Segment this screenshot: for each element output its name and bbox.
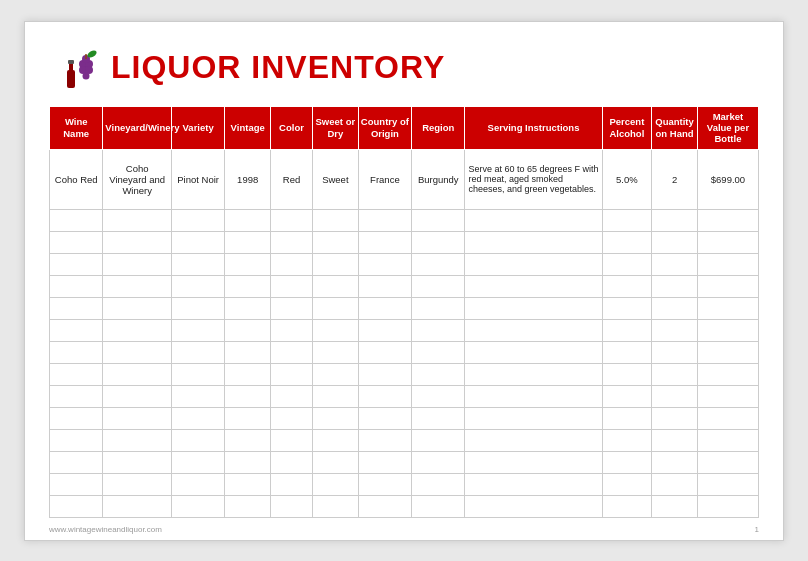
empty-cell xyxy=(652,209,698,231)
empty-cell xyxy=(50,275,103,297)
empty-cell xyxy=(271,407,313,429)
empty-row xyxy=(50,451,759,473)
empty-cell xyxy=(412,253,465,275)
empty-cell xyxy=(225,297,271,319)
empty-cell xyxy=(602,385,652,407)
col-header-wine: Wine Name xyxy=(50,106,103,149)
empty-cell xyxy=(465,231,602,253)
empty-row xyxy=(50,231,759,253)
empty-cell xyxy=(358,341,411,363)
empty-cell xyxy=(171,407,224,429)
empty-cell xyxy=(171,297,224,319)
empty-cell xyxy=(103,385,172,407)
empty-cell xyxy=(171,473,224,495)
col-header-country: Country of Origin xyxy=(358,106,411,149)
empty-cell xyxy=(50,429,103,451)
empty-cell xyxy=(103,451,172,473)
empty-row xyxy=(50,407,759,429)
empty-cell xyxy=(412,473,465,495)
empty-cell xyxy=(652,495,698,517)
empty-cell xyxy=(50,363,103,385)
empty-cell xyxy=(225,363,271,385)
empty-cell xyxy=(652,231,698,253)
col-header-percent: Percent Alcohol xyxy=(602,106,652,149)
empty-cell xyxy=(602,275,652,297)
empty-cell xyxy=(602,429,652,451)
empty-cell xyxy=(465,495,602,517)
table-row: Coho Red Coho Vineyard and Winery Pinot … xyxy=(50,149,759,209)
empty-row xyxy=(50,297,759,319)
empty-cell xyxy=(225,275,271,297)
empty-cell xyxy=(171,319,224,341)
empty-cell xyxy=(602,231,652,253)
empty-cell xyxy=(465,209,602,231)
empty-cell xyxy=(312,341,358,363)
empty-cell xyxy=(103,495,172,517)
empty-cell xyxy=(271,319,313,341)
empty-cell xyxy=(465,275,602,297)
empty-cell xyxy=(50,407,103,429)
empty-cell xyxy=(697,451,758,473)
empty-cell xyxy=(652,341,698,363)
empty-cell xyxy=(271,363,313,385)
empty-cell xyxy=(103,319,172,341)
empty-cell xyxy=(465,319,602,341)
empty-cell xyxy=(465,297,602,319)
empty-cell xyxy=(271,275,313,297)
empty-cell xyxy=(271,341,313,363)
empty-row xyxy=(50,363,759,385)
inventory-table: Wine Name Vineyard/Winery Variety Vintag… xyxy=(49,106,759,518)
footer-left: www.wintagewineandliquor.com xyxy=(49,525,162,534)
empty-cell xyxy=(465,363,602,385)
empty-cell xyxy=(358,363,411,385)
empty-cell xyxy=(602,297,652,319)
empty-cell xyxy=(358,385,411,407)
empty-cell xyxy=(412,275,465,297)
empty-cell xyxy=(412,385,465,407)
empty-cell xyxy=(312,429,358,451)
empty-row xyxy=(50,319,759,341)
empty-cell xyxy=(103,231,172,253)
cell-variety: Pinot Noir xyxy=(171,149,224,209)
empty-cell xyxy=(271,429,313,451)
empty-cell xyxy=(50,319,103,341)
empty-cell xyxy=(412,341,465,363)
cell-region: Burgundy xyxy=(412,149,465,209)
empty-row xyxy=(50,429,759,451)
empty-cell xyxy=(225,385,271,407)
empty-cell xyxy=(652,319,698,341)
empty-cell xyxy=(697,231,758,253)
col-header-sweet: Sweet or Dry xyxy=(312,106,358,149)
page-title: LIQUOR INVENTORY xyxy=(111,49,445,86)
empty-cell xyxy=(697,275,758,297)
empty-cell xyxy=(465,451,602,473)
empty-cell xyxy=(225,253,271,275)
empty-cell xyxy=(171,363,224,385)
empty-cell xyxy=(103,275,172,297)
empty-cell xyxy=(50,473,103,495)
empty-cell xyxy=(50,209,103,231)
empty-cell xyxy=(312,253,358,275)
empty-cell xyxy=(412,297,465,319)
svg-rect-2 xyxy=(68,60,74,64)
empty-cell xyxy=(697,407,758,429)
empty-cell xyxy=(652,473,698,495)
empty-cell xyxy=(50,341,103,363)
empty-cell xyxy=(103,297,172,319)
page: LIQUOR INVENTORY Wine Name Vineyard/Wine… xyxy=(24,21,784,541)
empty-cell xyxy=(271,231,313,253)
empty-cell xyxy=(50,451,103,473)
empty-cell xyxy=(697,385,758,407)
col-header-quantity: Quantity on Hand xyxy=(652,106,698,149)
empty-cell xyxy=(465,253,602,275)
empty-cell xyxy=(312,385,358,407)
cell-quantity: 2 xyxy=(652,149,698,209)
cell-country: France xyxy=(358,149,411,209)
empty-cell xyxy=(225,341,271,363)
cell-color: Red xyxy=(271,149,313,209)
cell-vineyard: Coho Vineyard and Winery xyxy=(103,149,172,209)
empty-cell xyxy=(171,495,224,517)
cell-wine-name: Coho Red xyxy=(50,149,103,209)
empty-cell xyxy=(602,253,652,275)
empty-cell xyxy=(312,495,358,517)
